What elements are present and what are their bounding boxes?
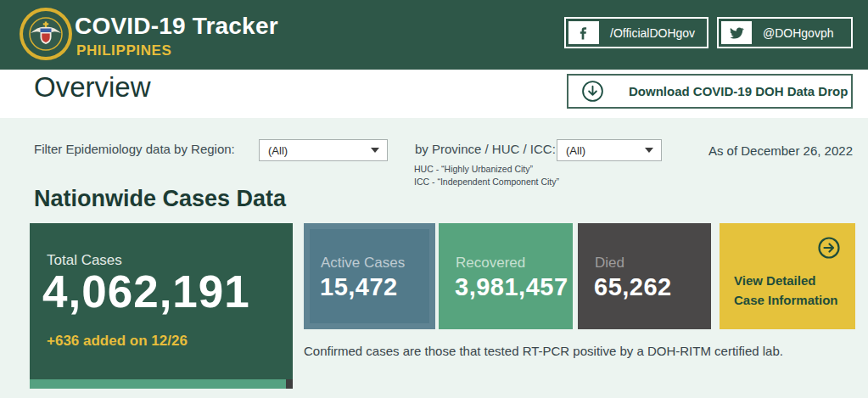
app-subtitle: PHILIPPINES bbox=[76, 42, 171, 59]
as-of-date: As of December 26, 2022 bbox=[708, 143, 853, 158]
total-cases-card[interactable]: Total Cases 4,062,191 +636 added on 12/2… bbox=[30, 223, 293, 389]
region-filter-value: (All) bbox=[268, 144, 288, 157]
download-button-label: Download COVID-19 DOH Data Drop bbox=[629, 84, 848, 98]
died-cases-value: 65,262 bbox=[594, 273, 672, 301]
died-cases-card[interactable]: Died 65,262 bbox=[578, 223, 711, 329]
total-cases-delta: +636 added on 12/26 bbox=[47, 333, 188, 350]
died-cases-label: Died bbox=[595, 255, 624, 272]
twitter-handle: @DOHgovph bbox=[763, 26, 833, 40]
total-cases-value: 4,062,191 bbox=[42, 266, 250, 317]
total-cases-progress-bar bbox=[30, 379, 293, 389]
detail-button-label: View Detailed Case Information bbox=[734, 272, 838, 310]
detail-button-label-line1: View Detailed bbox=[734, 272, 838, 291]
twitter-link-button[interactable]: @DOHgovph bbox=[717, 17, 853, 48]
section-title-nationwide-cases: Nationwide Cases Data bbox=[34, 186, 286, 212]
region-filter-label: Filter Epidemiology data by Region: bbox=[34, 142, 235, 156]
chevron-down-icon bbox=[645, 148, 653, 153]
progress-bar-notch bbox=[286, 379, 293, 389]
recovered-cases-label: Recovered bbox=[456, 255, 525, 272]
active-cases-card[interactable]: Active Cases 15,472 bbox=[304, 223, 435, 329]
facebook-handle: /OfficialDOHgov bbox=[610, 26, 695, 40]
download-data-drop-button[interactable]: Download COVID-19 DOH Data Drop bbox=[567, 74, 853, 109]
covid-tracker-dashboard: COVID-19 Tracker PHILIPPINES /OfficialDO… bbox=[0, 0, 868, 398]
icc-definition-note: ICC - “Independent Component City” bbox=[414, 177, 559, 187]
province-filter-value: (All) bbox=[566, 144, 585, 157]
view-detailed-case-information-button[interactable]: View Detailed Case Information bbox=[720, 223, 855, 329]
chevron-down-icon bbox=[371, 148, 379, 153]
download-icon bbox=[581, 80, 604, 103]
huc-definition-note: HUC - “Highly Urbanized City” bbox=[414, 164, 533, 174]
confirmed-cases-footnote: Confirmed cases are those that tested RT… bbox=[304, 344, 783, 358]
facebook-icon bbox=[568, 21, 599, 44]
province-filter-dropdown[interactable]: (All) bbox=[557, 139, 662, 161]
recovered-cases-value: 3,981,457 bbox=[455, 273, 568, 301]
active-cases-value: 15,472 bbox=[320, 273, 398, 301]
province-filter-label: by Province / HUC / ICC: bbox=[415, 142, 556, 156]
twitter-icon bbox=[721, 21, 752, 44]
arrow-right-circle-icon bbox=[817, 236, 841, 260]
detail-button-label-line2: Case Information bbox=[734, 291, 838, 311]
app-title: COVID-19 Tracker bbox=[75, 13, 278, 40]
region-filter-dropdown[interactable]: (All) bbox=[259, 139, 388, 161]
facebook-link-button[interactable]: /OfficialDOHgov bbox=[564, 17, 708, 48]
active-cases-label: Active Cases bbox=[321, 255, 405, 272]
header-bar: COVID-19 Tracker PHILIPPINES /OfficialDO… bbox=[0, 0, 868, 70]
doh-seal-logo bbox=[19, 7, 73, 61]
recovered-cases-card[interactable]: Recovered 3,981,457 bbox=[439, 223, 573, 329]
page-title: Overview bbox=[34, 71, 151, 104]
